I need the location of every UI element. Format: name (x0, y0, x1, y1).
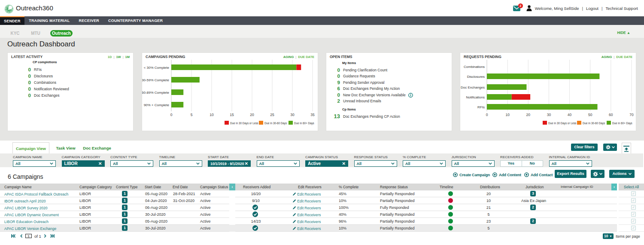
svg-text:Due in 60+ Days: Due in 60+ Days (294, 122, 314, 125)
svg-text:Due in 60+ Days: Due in 60+ Days (612, 122, 632, 125)
svg-text:60: 60 (609, 113, 613, 117)
svg-text:70: 70 (629, 113, 634, 117)
svg-text:15: 15 (230, 113, 234, 117)
svg-text:Disclosures: Disclosures (467, 75, 485, 79)
svg-text:< 30% Complete: < 30% Complete (144, 66, 170, 70)
svg-text:Due in 30-60 Days: Due in 30-60 Days (264, 122, 287, 125)
svg-text:10: 10 (210, 113, 214, 117)
svg-text:40: 40 (568, 113, 572, 117)
svg-text:Notifications: Notifications (466, 95, 485, 99)
svg-text:20: 20 (526, 113, 531, 117)
svg-text:Combinations: Combinations (464, 65, 485, 69)
svg-text:Due in 30 Days or Less: Due in 30 Days or Less (230, 122, 258, 125)
svg-text:30-59% Complete: 30-59% Complete (142, 78, 170, 82)
svg-text:10: 10 (505, 113, 510, 117)
svg-text:20: 20 (250, 113, 254, 117)
svg-text:RFIs: RFIs (477, 105, 485, 109)
svg-text:Due in 30 Days or Less: Due in 30 Days or Less (548, 122, 576, 125)
svg-text:5: 5 (191, 113, 193, 117)
svg-text:Doc Exchanges: Doc Exchanges (461, 86, 485, 89)
svg-text:Due in 30-60 Days: Due in 30-60 Days (583, 122, 605, 125)
svg-text:25: 25 (270, 113, 274, 117)
svg-text:0: 0 (486, 113, 488, 117)
svg-text:0: 0 (170, 113, 173, 117)
svg-text:30: 30 (290, 113, 295, 117)
svg-text:90% + Complete: 90% + Complete (144, 103, 170, 107)
svg-text:30: 30 (547, 113, 551, 117)
svg-text:50: 50 (588, 113, 592, 117)
svg-text:60-89% Complete: 60-89% Complete (142, 91, 170, 95)
svg-text:35: 35 (310, 113, 315, 117)
